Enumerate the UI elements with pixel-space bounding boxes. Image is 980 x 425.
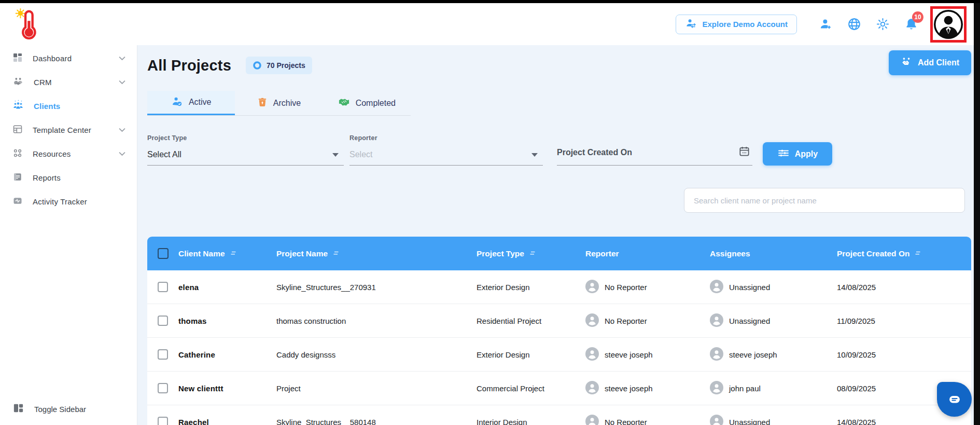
project-type-cell: Interior Design	[477, 418, 585, 425]
table-row[interactable]: thomasthomas constructionResidential Pro…	[147, 304, 971, 338]
table-row[interactable]: CatherineCaddy designsssExterior Designs…	[147, 338, 971, 372]
project-type-filter: Project Type Select All	[147, 134, 344, 166]
client-name-cell: Catherine	[178, 350, 276, 359]
gear-icon[interactable]	[875, 17, 890, 32]
sidebar-item-activity-tracker[interactable]: Activity Tracker	[0, 189, 137, 213]
assignees-cell: steeve joseph	[710, 347, 837, 362]
table-row[interactable]: New clientttProjectCommercial Projectste…	[147, 372, 971, 405]
page-title: All Projects	[147, 57, 231, 74]
calendar-icon	[738, 145, 750, 159]
select-all-checkbox[interactable]	[158, 248, 169, 259]
column-header-client-name[interactable]: Client Name	[178, 249, 276, 258]
created-on-cell: 11/09/2025	[837, 317, 971, 325]
tabs: ActiveArchiveCompleted	[147, 91, 411, 116]
add-client-button[interactable]: Add Client	[889, 50, 971, 75]
column-header-label: Assignees	[710, 249, 750, 258]
apply-filters-button[interactable]: Apply	[763, 142, 832, 166]
add-user-icon[interactable]	[818, 17, 833, 32]
filter-row: Project Type Select All Reporter Select …	[147, 134, 971, 166]
created-on-filter: Project Created On	[557, 137, 752, 166]
row-checkbox[interactable]	[158, 417, 168, 425]
assignee-name: steeve joseph	[729, 350, 777, 359]
table-row[interactable]: RaechelSkyline_Structures__580148Interio…	[147, 405, 971, 425]
project-name-cell: thomas construction	[276, 317, 477, 325]
project-count-badge: 70 Projects	[246, 57, 312, 74]
avatar-silhouette-icon	[934, 10, 963, 39]
chevron-down-icon	[119, 80, 125, 85]
chevron-down-icon	[119, 128, 125, 132]
toggle-sidebar-button[interactable]: Toggle Sidebar	[0, 393, 137, 425]
project-name-cell: Project	[276, 384, 477, 393]
client-name-cell: Raechel	[178, 418, 276, 425]
toggle-sidebar-label: Toggle Sidebar	[34, 405, 86, 414]
assignee-name: Unassigned	[729, 418, 770, 425]
explore-demo-account-button[interactable]: Explore Demo Account	[676, 15, 797, 34]
sort-icon	[529, 249, 536, 258]
chevron-down-icon	[119, 56, 125, 61]
tab-archive[interactable]: Archive	[235, 91, 323, 115]
ring-icon	[253, 61, 262, 70]
sidebar-item-dashboard[interactable]: Dashboard	[0, 46, 137, 70]
thermometer-logo-icon[interactable]	[12, 7, 41, 42]
row-checkbox[interactable]	[158, 282, 168, 292]
tab-label: Archive	[273, 99, 301, 108]
row-checkbox[interactable]	[158, 383, 168, 393]
assignee-avatar-icon	[710, 381, 723, 396]
column-header-label: Client Name	[178, 249, 225, 258]
project-type-select[interactable]: Select All	[147, 145, 344, 166]
tab-completed[interactable]: Completed	[323, 91, 411, 115]
reporter-name: steeve joseph	[605, 384, 653, 393]
sidebar-item-reports[interactable]: Reports	[0, 166, 137, 189]
created-on-cell: 14/08/2025	[837, 418, 971, 425]
table-header-row: Client NameProject NameProject TypeRepor…	[147, 237, 971, 270]
chat-widget-button[interactable]	[937, 382, 972, 417]
column-header-project-name[interactable]: Project Name	[276, 249, 477, 258]
column-header-project-created-on[interactable]: Project Created On	[837, 249, 971, 258]
clients-icon	[12, 100, 24, 113]
column-header-label: Reporter	[585, 249, 619, 258]
right-black-bar	[974, 0, 980, 425]
sidebar-item-clients[interactable]: Clients	[0, 94, 137, 118]
sort-icon	[230, 249, 237, 258]
tab-active[interactable]: Active	[147, 91, 235, 115]
created-on-cell: 10/09/2025	[837, 350, 971, 359]
notification-bell-icon[interactable]: 10	[904, 17, 918, 32]
column-header-label: Project Name	[276, 249, 328, 258]
sidebar-item-label: Clients	[34, 102, 125, 111]
reporter-filter: Reporter Select	[349, 134, 543, 166]
main-content: All Projects 70 Projects Add Client Acti…	[137, 45, 974, 425]
sort-icon	[332, 249, 340, 258]
column-header-project-type[interactable]: Project Type	[477, 249, 585, 258]
sidebar-item-template-center[interactable]: Template Center	[0, 118, 137, 142]
sidebar-item-crm[interactable]: CRM	[0, 70, 137, 94]
projects-table: Client NameProject NameProject TypeRepor…	[147, 237, 971, 425]
column-header-reporter: Reporter	[585, 249, 710, 258]
project-count-label: 70 Projects	[267, 61, 305, 70]
project-created-on-input[interactable]: Project Created On	[557, 141, 752, 166]
project-type-value: Select All	[147, 150, 181, 159]
person-check-icon	[171, 95, 183, 109]
sidebar-item-label: Dashboard	[33, 54, 109, 63]
crm-icon	[12, 76, 24, 89]
project-type-cell: Commercial Project	[477, 384, 585, 393]
client-name-cell: thomas	[178, 317, 276, 325]
row-checkbox[interactable]	[158, 349, 168, 360]
reporter-cell: No Reporter	[585, 280, 710, 295]
sidebar-item-label: Resources	[33, 149, 109, 158]
reporter-name: No Reporter	[605, 418, 647, 425]
project-type-cell: Exterior Design	[477, 283, 585, 292]
project-name-cell: Skyline_Structures__580148	[276, 418, 477, 425]
assignee-name: john paul	[729, 384, 761, 393]
sidebar-item-resources[interactable]: Resources	[0, 142, 137, 166]
user-avatar[interactable]	[930, 6, 967, 43]
row-checkbox[interactable]	[158, 316, 168, 326]
add-client-label: Add Client	[918, 58, 959, 67]
globe-icon[interactable]	[847, 17, 861, 32]
tab-label: Active	[189, 98, 212, 107]
table-row[interactable]: elenaSkyline_Structures__270931Exterior …	[147, 270, 971, 304]
reporter-select[interactable]: Select	[349, 145, 543, 166]
reporter-name: No Reporter	[605, 317, 647, 325]
resources-icon	[12, 148, 23, 160]
search-input[interactable]	[684, 188, 965, 213]
client-name-cell: New clienttt	[178, 384, 276, 393]
